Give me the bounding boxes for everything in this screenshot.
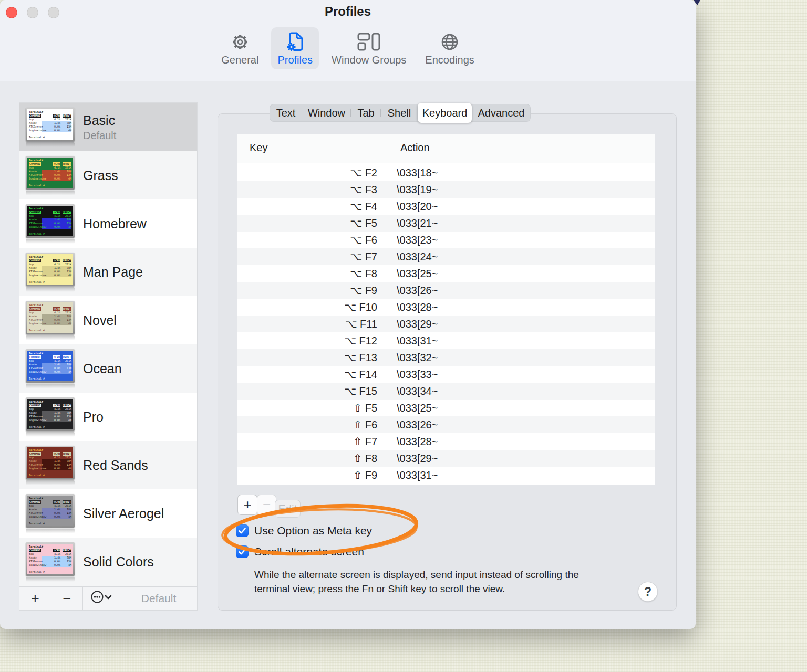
tab-tab[interactable]: Tab [351,104,381,122]
shortcut-action: \033[18~ [397,167,438,179]
shortcut-action: \033[31~ [397,335,438,347]
shortcut-action: \033[29~ [397,453,438,465]
scroll-alternate-screen-checkbox[interactable] [236,545,249,558]
profile-name: Novel [83,312,117,328]
profile-name: Solid Colors [83,554,154,570]
shortcut-action: \033[20~ [397,201,438,213]
titlebar: Profiles [0,0,696,81]
shortcut-row[interactable]: ⇧ F7\033[28~ [237,433,655,450]
profile-name: Man Page [83,264,143,280]
tab-keyboard[interactable]: Keyboard [418,103,472,123]
preferences-content: Terminal#COMMAND%CPURPRVTtop4.1%231KXcod… [0,82,696,629]
use-option-as-meta-row: Use Option as Meta key [236,524,372,537]
profile-name: Ocean [83,361,122,376]
profile-name: Grass [83,167,118,183]
shortcut-action: \033[28~ [397,436,438,448]
column-divider[interactable] [384,139,384,159]
default-button[interactable]: Default [120,587,197,610]
tab-window[interactable]: Window [302,104,351,122]
shortcut-row[interactable]: ⌥ F6\033[23~ [237,232,655,248]
profile-thumbnail: Terminal#COMMAND%CPURPRVTtop4.1%231KXcod… [26,397,75,437]
tab-shell[interactable]: Shell [381,104,418,122]
shortcut-row[interactable]: ⇧ F9\033[31~ [237,467,655,484]
edit-key-button[interactable]: Edit [275,500,301,518]
profile-row-basic[interactable]: Terminal#COMMAND%CPURPRVTtop4.1%231KXcod… [19,103,197,151]
shortcut-row[interactable]: ⌥ F15\033[34~ [237,383,655,400]
shortcut-key: ⌥ F11 [237,318,377,330]
shortcut-row[interactable]: ⌥ F12\033[31~ [237,332,655,349]
profile-row-novel[interactable]: Terminal#COMMAND%CPURPRVTtop4.1%231KXcod… [19,296,197,344]
shortcut-action: \033[32~ [397,352,438,364]
toolbar-item-label: Encodings [425,54,474,66]
profile-tabs: TextWindowTabShellKeyboardAdvanced [270,104,531,122]
column-header-action[interactable]: Action [400,142,430,154]
shortcut-row[interactable]: ⌥ F9\033[26~ [237,282,655,299]
column-header-key[interactable]: Key [250,142,267,154]
shortcut-action: \033[26~ [397,419,438,431]
scroll-alternate-screen-row: Scroll alternate screen [236,545,364,558]
profile-row-man-page[interactable]: Terminal#COMMAND%CPURPRVTtop4.1%231KXcod… [19,248,197,296]
shortcut-row[interactable]: ⌥ F8\033[25~ [237,265,655,282]
shortcut-action: \033[21~ [397,217,438,229]
shortcut-key: ⌥ F2 [237,166,377,179]
toolbar-item-general[interactable]: General [215,27,265,69]
add-profile-button[interactable]: + [19,587,51,610]
profile-row-grass[interactable]: Terminal#COMMAND%CPURPRVTtop4.1%231KXcod… [19,151,197,200]
shortcut-row[interactable]: ⌥ F3\033[19~ [237,181,655,198]
tab-text[interactable]: Text [270,104,302,122]
shortcut-action: \033[24~ [397,251,438,263]
shortcut-key: ⌥ F5 [237,217,377,229]
remove-key-button[interactable]: − [257,495,276,515]
shortcut-key: ⌥ F8 [237,267,377,280]
profile-row-pro[interactable]: Terminal#COMMAND%CPURPRVTtop4.1%231KXcod… [19,393,197,441]
toolbar-item-window-groups[interactable]: Window Groups [325,27,412,69]
help-button[interactable]: ? [638,582,658,602]
preferences-toolbar: General [0,27,696,69]
profile-row-silver-aerogel[interactable]: Terminal#COMMAND%CPURPRVTtop4.1%231KXcod… [19,489,197,538]
remove-profile-button[interactable]: − [51,587,83,610]
shortcut-key: ⌥ F12 [237,334,377,347]
tab-advanced[interactable]: Advanced [472,104,531,122]
shortcut-row[interactable]: ⌥ F2\033[18~ [237,164,655,181]
profile-name: Homebrew [83,216,147,232]
profile-row-red-sands[interactable]: Terminal#COMMAND%CPURPRVTtop4.1%231KXcod… [19,441,197,489]
checkbox-label: Use Option as Meta key [254,524,372,537]
profile-thumbnail: Terminal#COMMAND%CPURPRVTtop4.1%231KXcod… [26,253,75,292]
shortcut-row[interactable]: ⌥ F4\033[20~ [237,198,655,215]
shortcut-row[interactable]: ⌥ F13\033[32~ [237,349,655,366]
window-groups-icon [357,31,381,53]
shortcut-action: \033[29~ [397,318,438,330]
more-options-button[interactable] [83,587,120,610]
profile-name: Basic [83,112,116,128]
profile-name: Pro [83,409,104,425]
checkbox-label: Scroll alternate screen [254,545,364,558]
shortcut-key: ⇧ F8 [237,452,377,465]
window-title: Profiles [0,4,696,19]
profile-row-ocean[interactable]: Terminal#COMMAND%CPURPRVTtop4.1%231KXcod… [19,344,197,393]
shortcut-row[interactable]: ⌥ F7\033[24~ [237,248,655,265]
shortcut-key: ⇧ F7 [237,435,377,448]
profile-row-solid-colors[interactable]: Terminal#COMMAND%CPURPRVTtop4.1%231KXcod… [19,538,197,586]
shortcut-row[interactable]: ⌥ F14\033[33~ [237,366,655,383]
shortcut-action: \033[31~ [397,469,438,481]
shortcut-row[interactable]: ⌥ F11\033[29~ [237,316,655,332]
profile-row-homebrew[interactable]: Terminal#COMMAND%CPURPRVTtop4.1%231KXcod… [19,200,197,248]
shortcut-key: ⌥ F6 [237,234,377,246]
shortcut-row[interactable]: ⇧ F8\033[29~ [237,450,655,467]
profile-list-footer: + − Default [19,586,197,610]
shortcut-row[interactable]: ⇧ F5\033[25~ [237,400,655,416]
shortcut-key: ⌥ F3 [237,183,377,196]
toolbar-item-encodings[interactable]: Encodings [419,27,480,69]
shortcut-row[interactable]: ⇧ F6\033[26~ [237,416,655,433]
shortcut-row[interactable]: ⌥ F10\033[28~ [237,299,655,316]
shortcut-action: \033[26~ [397,285,438,297]
toolbar-item-profiles[interactable]: Profiles [271,27,319,69]
alternate-screen-footnote: While the alternate screen is displayed,… [254,568,612,596]
shortcut-key: ⌥ F7 [237,250,377,263]
shortcut-action: \033[25~ [397,402,438,414]
shortcut-row[interactable]: ⌥ F5\033[21~ [237,215,655,232]
profile-thumbnail: Terminal#COMMAND%CPURPRVTtop4.1%231KXcod… [26,301,75,340]
profile-name: Silver Aerogel [83,506,164,521]
add-key-button[interactable]: + [237,495,257,515]
use-option-as-meta-checkbox[interactable] [236,524,249,537]
